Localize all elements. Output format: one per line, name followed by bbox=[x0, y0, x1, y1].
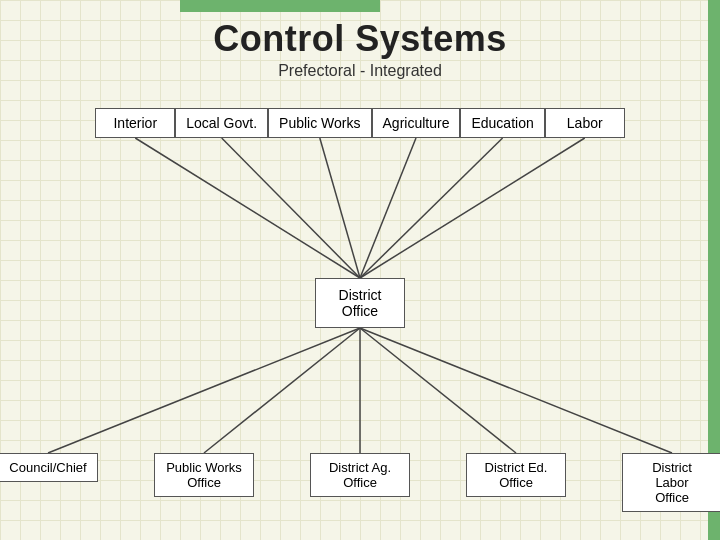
dept-box-interior: Interior bbox=[95, 108, 175, 138]
dept-box-local-govt: Local Govt. bbox=[175, 108, 268, 138]
dept-box-agriculture: Agriculture bbox=[372, 108, 461, 138]
svg-line-6 bbox=[48, 328, 360, 453]
slide-container: Control Systems Prefectoral - Integrated… bbox=[0, 0, 720, 540]
dept-box-public-works: Public Works bbox=[268, 108, 371, 138]
top-departments-row: InteriorLocal Govt.Public WorksAgricultu… bbox=[0, 108, 720, 138]
district-office-box: District Office bbox=[315, 278, 405, 328]
bottom-box-council-chief: Council/Chief bbox=[0, 453, 98, 482]
bottom-box-district-ag-office: District Ag.Office bbox=[310, 453, 410, 497]
svg-line-9 bbox=[360, 328, 516, 453]
svg-line-5 bbox=[360, 138, 585, 278]
svg-line-3 bbox=[360, 138, 416, 278]
svg-line-10 bbox=[360, 328, 672, 453]
svg-line-4 bbox=[360, 138, 503, 278]
bottom-box-district-labor-office: DistrictLaborOffice bbox=[622, 453, 720, 512]
svg-line-1 bbox=[222, 138, 360, 278]
svg-line-2 bbox=[320, 138, 360, 278]
dept-box-education: Education bbox=[460, 108, 544, 138]
top-accent-bar bbox=[180, 0, 380, 12]
bottom-box-district-ed-office: District Ed.Office bbox=[466, 453, 566, 497]
slide-subtitle: Prefectoral - Integrated bbox=[0, 62, 720, 80]
svg-line-0 bbox=[135, 138, 360, 278]
dept-box-labor: Labor bbox=[545, 108, 625, 138]
bottom-box-public-works-office: Public WorksOffice bbox=[154, 453, 254, 497]
svg-line-7 bbox=[204, 328, 360, 453]
bottom-offices-row: Council/ChiefPublic WorksOfficeDistrict … bbox=[0, 453, 720, 512]
